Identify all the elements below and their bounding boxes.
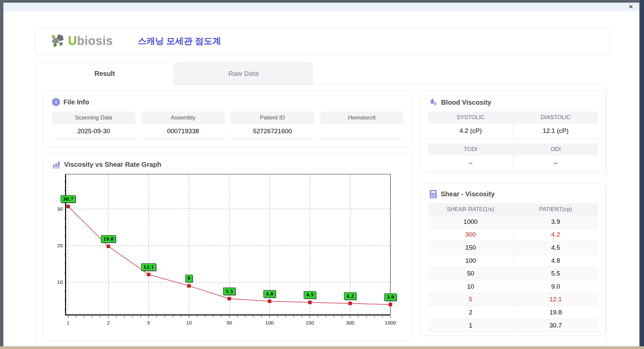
svg-text:3.9: 3.9 (387, 295, 394, 300)
blood-viscosity-tables: SYSTOLICDIASTOLIC4.2 (cP)12.1 (cP)TODIOD… (421, 111, 605, 170)
svg-text:100: 100 (265, 320, 274, 326)
patient-viscosity-cell: 4.5 (513, 241, 598, 254)
patient-viscosity-cell: 12.1 (513, 293, 598, 306)
blood-metric-value: 4.2 (cP) (428, 123, 513, 139)
file-info-field: Hematocrit (320, 111, 404, 139)
blood-viscosity-header: Blood Viscosity (429, 98, 605, 107)
patient-viscosity-cell: 4.8 (513, 254, 598, 267)
field-value: 000719338 (142, 124, 225, 139)
patient-viscosity-cell: 30.7 (513, 319, 598, 332)
blood-metric-header: ODI (513, 143, 598, 155)
shear-viscosity-header: Shear - Viscosity (429, 190, 605, 199)
file-info-grid: Scanning Date2025-09-30Assembly000719338… (52, 111, 404, 139)
graph-header: Viscosity vs Shear Rate Graph (52, 160, 412, 169)
file-info-field: Assembly000719338 (142, 111, 225, 139)
svg-text:1: 1 (67, 320, 69, 326)
logo-rest: biosis (77, 34, 113, 48)
svg-text:4.2: 4.2 (346, 294, 354, 299)
svg-text:9: 9 (187, 276, 191, 281)
shear-rate-cell: 2 (428, 306, 513, 319)
close-icon[interactable]: ✕ (629, 3, 633, 11)
table-row: 512.1 (428, 293, 598, 306)
blood-metric-value: – (428, 155, 513, 170)
graph-card: Viscosity vs Shear Rate Graph 1020301251… (43, 153, 413, 341)
svg-text:10: 10 (186, 320, 192, 326)
calculator-icon (429, 190, 437, 199)
file-info-card: i File Info Scanning Date2025-09-30Assem… (43, 91, 413, 147)
shear-rate-cell: 1000 (428, 215, 513, 229)
logo-text: Ubiosis (68, 34, 113, 48)
ubiosis-logo-mark (51, 34, 65, 48)
main-panel: i File Info Scanning Date2025-09-30Assem… (36, 84, 606, 345)
desktop-edge-right (640, 0, 644, 346)
window-titlebar: ✕ (3, 3, 639, 11)
blood-viscosity-title: Blood Viscosity (441, 99, 491, 106)
table-row: 219.8 (428, 306, 598, 319)
svg-text:1000: 1000 (385, 320, 396, 326)
shear-viscosity-table: SHEAR RATE(1/s) PATIENT(cp) 10003.93004.… (428, 203, 598, 332)
table-row: 1004.8 (428, 254, 598, 267)
field-value: 2025-09-30 (52, 124, 136, 139)
shear-viscosity-title: Shear - Viscosity (441, 190, 495, 198)
blood-metric-header: TODI (428, 143, 513, 155)
svg-text:5: 5 (147, 320, 150, 326)
patient-viscosity-cell: 4.2 (513, 229, 598, 242)
table-row: 3004.2 (428, 229, 598, 242)
svg-text:20: 20 (57, 243, 63, 248)
field-value (320, 124, 404, 139)
shear-rate-cell: 5 (428, 293, 513, 306)
blood-viscosity-card: Blood Viscosity SYSTOLICDIASTOLIC4.2 (cP… (421, 91, 606, 173)
table-row: 10003.9 (428, 215, 598, 229)
blood-viscosity-table: SYSTOLICDIASTOLIC4.2 (cP)12.1 (cP) (428, 111, 598, 139)
table-row: 1504.5 (428, 241, 598, 254)
svg-text:2: 2 (107, 320, 110, 326)
field-label: Assembly (142, 111, 225, 124)
blood-viscosity-table: TODIODI–– (428, 143, 598, 170)
tab-bar: Result Raw Data (36, 62, 313, 85)
desktop-edge-bottom (0, 346, 644, 349)
table-row: 109.0 (428, 280, 598, 293)
shear-table-header: SHEAR RATE(1/s) PATIENT(cp) (428, 203, 598, 215)
svg-text:10: 10 (57, 279, 63, 285)
patient-viscosity-cell: 3.9 (513, 215, 598, 229)
patient-viscosity-cell: 9.0 (513, 280, 598, 293)
svg-text:12.1: 12.1 (143, 265, 154, 270)
graph-title: Viscosity vs Shear Rate Graph (64, 161, 161, 168)
shear-rate-cell: 50 (428, 267, 513, 280)
viscosity-chart: 1020301251050100150300100030.719.812.195… (47, 171, 412, 339)
table-row: 505.5 (428, 267, 598, 280)
file-info-field: Patient ID52726721600 (231, 111, 314, 139)
patient-viscosity-cell: 5.5 (513, 267, 598, 280)
file-info-field: Scanning Date2025-09-30 (52, 111, 136, 139)
app-window: ✕ Ubiosis 스캐닝 모세관 점도계 Result Raw Data (3, 3, 639, 346)
patient-column-header: PATIENT(cp) (513, 203, 598, 215)
logo-letter-u: U (68, 34, 77, 48)
file-info-title: File Info (63, 98, 89, 106)
field-label: Hematocrit (320, 111, 404, 124)
info-icon: i (52, 98, 60, 106)
svg-text:50: 50 (226, 320, 232, 326)
file-info-header: i File Info (52, 98, 412, 106)
svg-text:5.5: 5.5 (225, 289, 233, 294)
shear-rate-column-header: SHEAR RATE(1/s) (428, 203, 513, 215)
svg-text:30.7: 30.7 (63, 197, 73, 202)
shear-rate-cell: 300 (428, 229, 513, 242)
blood-drop-icon (429, 98, 438, 107)
field-label: Scanning Date (52, 111, 136, 124)
svg-text:150: 150 (306, 320, 314, 326)
svg-text:4.5: 4.5 (306, 292, 314, 297)
blood-metric-value: 12.1 (cP) (513, 123, 598, 139)
shear-table-body: 10003.93004.21504.51004.8505.5109.0512.1… (428, 215, 598, 332)
shear-rate-cell: 10 (428, 280, 513, 293)
shear-viscosity-card: Shear - Viscosity SHEAR RATE(1/s) PATIEN… (421, 183, 606, 336)
field-label: Patient ID (231, 111, 314, 124)
svg-text:19.8: 19.8 (103, 237, 114, 242)
bar-chart-icon (52, 160, 61, 169)
tab-raw-data[interactable]: Raw Data (174, 62, 313, 85)
header-card: Ubiosis 스캐닝 모세관 점도계 (35, 28, 610, 54)
ubiosis-logo: Ubiosis (51, 34, 113, 48)
shear-rate-cell: 1 (428, 319, 513, 332)
app-title: 스캐닝 모세관 점도계 (138, 35, 221, 47)
svg-text:4.8: 4.8 (266, 291, 273, 296)
tab-result[interactable]: Result (36, 62, 174, 85)
